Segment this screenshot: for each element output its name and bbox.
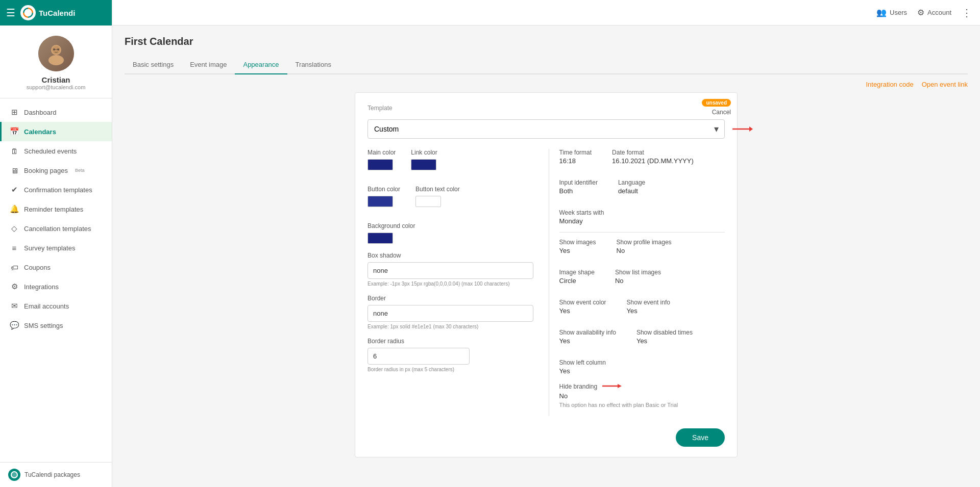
main-area: 👥 Users ⚙ Account ⋮ First Calendar Basic… bbox=[112, 0, 980, 487]
template-select[interactable]: Custom Default Minimal Modern bbox=[368, 119, 725, 139]
app-logo bbox=[20, 5, 36, 20]
open-event-link[interactable]: Open event link bbox=[922, 81, 968, 88]
border-radius-hint: Border radius in px (max 5 characters) bbox=[368, 367, 533, 372]
page-title: First Calendar bbox=[125, 36, 968, 47]
input-identifier-value: Both bbox=[559, 187, 598, 195]
unsaved-label: unsaved bbox=[702, 99, 731, 107]
svg-rect-6 bbox=[55, 49, 57, 50]
button-color-swatch[interactable] bbox=[368, 196, 393, 207]
account-button[interactable]: ⚙ Account bbox=[917, 8, 951, 17]
sms-icon: 💬 bbox=[10, 321, 19, 330]
link-color-group: Link color bbox=[411, 149, 437, 170]
show-list-images-label: Show list images bbox=[615, 269, 661, 276]
user-email: support@tucalendi.com bbox=[27, 84, 86, 90]
language-group: Language default bbox=[618, 179, 645, 195]
coupons-icon: 🏷 bbox=[10, 263, 19, 272]
more-options-icon[interactable]: ⋮ bbox=[962, 7, 972, 19]
show-event-color-value: Yes bbox=[559, 307, 606, 315]
sidebar-item-email-accounts[interactable]: ✉ Email accounts bbox=[0, 296, 112, 316]
main-color-swatch[interactable] bbox=[368, 159, 393, 170]
svg-point-4 bbox=[53, 48, 55, 50]
sidebar-item-reminder-templates[interactable]: 🔔 Reminder templates bbox=[0, 199, 112, 219]
sidebar-item-dashboard[interactable]: ⊞ Dashboard bbox=[0, 102, 112, 122]
sidebar-item-sms-settings[interactable]: 💬 SMS settings bbox=[0, 316, 112, 335]
border-radius-input[interactable] bbox=[368, 348, 470, 365]
tab-basic-settings[interactable]: Basic settings bbox=[125, 56, 182, 74]
sidebar-item-scheduled-events[interactable]: 🗓 Scheduled events bbox=[0, 141, 112, 161]
survey-icon: ≡ bbox=[10, 243, 19, 252]
save-button[interactable]: Save bbox=[676, 428, 725, 447]
show-event-info-label: Show event info bbox=[627, 299, 670, 306]
border-radius-group: Border radius Border radius in px (max 5… bbox=[368, 338, 533, 372]
sidebar-item-label: Booking pages bbox=[24, 167, 68, 174]
show-event-info-group: Show event info Yes bbox=[627, 299, 670, 315]
tab-event-image[interactable]: Event image bbox=[182, 56, 235, 74]
template-label: Template bbox=[368, 105, 393, 112]
content-area: First Calendar Basic settings Event imag… bbox=[112, 25, 980, 487]
input-identifier-label: Input identifier bbox=[559, 179, 598, 186]
box-shadow-input[interactable] bbox=[368, 262, 533, 279]
sidebar-item-survey-templates[interactable]: ≡ Survey templates bbox=[0, 238, 112, 258]
avatar bbox=[38, 36, 74, 71]
sidebar-item-calendars[interactable]: 📅 Calendars bbox=[0, 122, 112, 141]
show-availability-value: Yes bbox=[559, 337, 616, 345]
beta-badge: Beta bbox=[75, 168, 85, 173]
integration-code-link[interactable]: Integration code bbox=[866, 81, 913, 88]
availability-disabled-row: Show availability info Yes Show disabled… bbox=[559, 329, 725, 352]
identifier-language-row: Input identifier Both Language default bbox=[559, 179, 725, 202]
sidebar-item-label: Confirmation templates bbox=[24, 186, 92, 194]
cancel-button[interactable]: Cancel bbox=[712, 109, 731, 116]
sidebar-item-label: Scheduled events bbox=[24, 147, 77, 155]
date-format-group: Date format 16.10.2021 (DD.MM.YYYY) bbox=[612, 149, 694, 165]
hide-branding-value: No bbox=[559, 392, 725, 400]
tab-appearance[interactable]: Appearance bbox=[235, 56, 287, 74]
sidebar-item-booking-pages[interactable]: 🖥 Booking pages Beta bbox=[0, 161, 112, 180]
sidebar-item-cancellation-templates[interactable]: ◇ Cancellation templates bbox=[0, 219, 112, 238]
hide-branding-label: Hide branding bbox=[559, 383, 598, 390]
show-event-info-value: Yes bbox=[627, 307, 670, 315]
show-availability-group: Show availability info Yes bbox=[559, 329, 616, 345]
users-label: Users bbox=[890, 9, 907, 16]
border-input[interactable] bbox=[368, 305, 533, 322]
box-shadow-hint: Example: -1px 3px 15px rgba(0,0,0,0.04) … bbox=[368, 281, 533, 287]
button-text-color-swatch[interactable] bbox=[415, 196, 441, 207]
hide-branding-arrow-icon bbox=[601, 382, 622, 392]
link-color-swatch[interactable] bbox=[411, 159, 436, 170]
sidebar-item-label: Coupons bbox=[24, 264, 51, 271]
svg-marker-9 bbox=[749, 126, 753, 132]
booking-icon: 🖥 bbox=[10, 166, 19, 175]
form-panel: unsaved Cancel Template Custom Default M… bbox=[355, 92, 738, 457]
sidebar-footer[interactable]: TuCalendi packages bbox=[0, 462, 112, 487]
main-color-label: Main color bbox=[368, 149, 396, 156]
sidebar-item-label: Survey templates bbox=[24, 244, 75, 252]
integrations-icon: ⚙ bbox=[10, 282, 19, 291]
sidebar-item-coupons[interactable]: 🏷 Coupons bbox=[0, 258, 112, 277]
border-hint: Example: 1px solid #e1e1e1 (max 30 chara… bbox=[368, 324, 533, 329]
svg-point-5 bbox=[57, 48, 59, 50]
language-value: default bbox=[618, 187, 645, 195]
svg-marker-11 bbox=[618, 384, 622, 388]
show-left-column-value: Yes bbox=[559, 367, 725, 375]
sidebar: ☰ TuCalendi bbox=[0, 0, 112, 487]
week-starts-group: Week starts with Monday bbox=[559, 209, 725, 225]
week-starts-label: Week starts with bbox=[559, 209, 725, 216]
sidebar-item-integrations[interactable]: ⚙ Integrations bbox=[0, 277, 112, 296]
show-availability-label: Show availability info bbox=[559, 329, 616, 336]
border-label: Border bbox=[368, 295, 533, 302]
logo-area: TuCalendi bbox=[20, 5, 75, 20]
border-group: Border Example: 1px solid #e1e1e1 (max 3… bbox=[368, 295, 533, 329]
input-identifier-group: Input identifier Both bbox=[559, 179, 598, 195]
sidebar-item-confirmation-templates[interactable]: ✔ Confirmation templates bbox=[0, 180, 112, 199]
tab-translations[interactable]: Translations bbox=[287, 56, 339, 74]
hamburger-icon[interactable]: ☰ bbox=[6, 7, 15, 19]
sidebar-item-label: Integrations bbox=[24, 283, 59, 291]
action-links: Integration code Open event link bbox=[125, 74, 968, 92]
background-color-swatch[interactable] bbox=[368, 233, 393, 244]
users-button[interactable]: 👥 Users bbox=[876, 8, 907, 17]
show-left-column-group: Show left column Yes bbox=[559, 359, 725, 375]
unsaved-badge: unsaved Cancel bbox=[702, 99, 731, 116]
app-name: TuCalendi bbox=[39, 9, 75, 17]
user-profile: Cristian support@tucalendi.com bbox=[0, 25, 112, 98]
left-col: Main color Link color Button color bbox=[368, 149, 533, 416]
background-color-group: Background color bbox=[368, 222, 533, 244]
